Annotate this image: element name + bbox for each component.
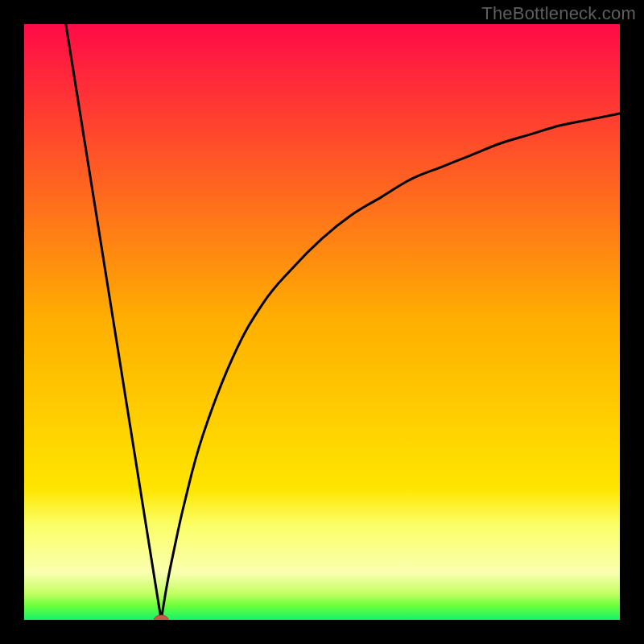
watermark-label: TheBottleneck.com	[481, 3, 636, 24]
plot-area	[24, 24, 620, 620]
chart-frame: TheBottleneck.com	[0, 0, 644, 644]
chart-svg	[24, 24, 620, 620]
